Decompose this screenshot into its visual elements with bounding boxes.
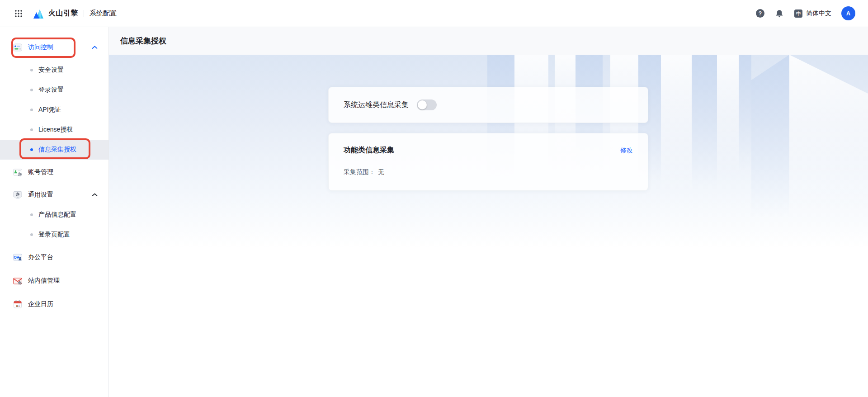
toggle-knob [418, 100, 427, 109]
user-avatar[interactable]: A [841, 6, 855, 20]
collection-scope-row: 采集范围： 无 [344, 168, 633, 176]
feature-collection-card: 功能类信息采集 修改 采集范围： 无 [328, 133, 648, 191]
sidebar-item-label: 站内信管理 [28, 277, 98, 285]
sidebar-item-api-credentials[interactable]: API凭证 [0, 100, 108, 120]
office-platform-icon: OA [13, 252, 23, 262]
sidebar-item-security-settings[interactable]: 安全设置 [0, 60, 108, 80]
app-grid-icon[interactable] [14, 9, 24, 18]
svg-text:?: ? [759, 10, 762, 17]
help-icon[interactable]: ? [755, 9, 765, 18]
sidebar-item-enterprise-calendar[interactable]: 8 企业日历 [0, 294, 108, 314]
ops-collection-toggle[interactable] [417, 99, 437, 110]
sidebar-item-license-auth[interactable]: License授权 [0, 120, 108, 140]
sidebar-item-label: 办公平台 [28, 253, 98, 261]
chevron-up-icon [92, 193, 98, 197]
main-area: 信息采集授权 系统运维类信息采集 功能类信息采集 修改 [109, 27, 868, 397]
language-label: 简体中文 [806, 9, 831, 18]
sidebar-item-account-management[interactable]: 账号管理 [0, 162, 108, 182]
sidebar-item-info-collection-auth[interactable]: 信息采集授权 [0, 140, 108, 160]
svg-text:8: 8 [16, 304, 18, 308]
access-control-icon [13, 43, 23, 52]
bullet-dot-icon [30, 148, 33, 151]
bullet-dot-icon [30, 128, 33, 131]
sidebar-item-label: License授权 [38, 126, 73, 134]
bullet-dot-icon [30, 69, 33, 71]
scope-label: 采集范围： [344, 168, 375, 176]
brand-name: 火山引擎 [48, 9, 78, 18]
sidebar-item-label: 登录页配置 [38, 231, 70, 239]
sidebar-item-general-settings[interactable]: 通用设置 [0, 185, 108, 205]
banner-building [751, 55, 789, 236]
calendar-icon: 8 [13, 299, 23, 309]
bullet-dot-icon [30, 109, 33, 111]
banner-building [739, 55, 751, 181]
bullet-dot-icon [30, 89, 33, 91]
notification-bell-icon[interactable] [775, 9, 784, 18]
site-mail-icon [13, 276, 23, 286]
language-switcher[interactable]: 中 简体中文 [794, 9, 831, 18]
page-header: 信息采集授权 [109, 27, 868, 55]
sidebar-item-label: 账号管理 [28, 168, 98, 176]
svg-text:OA: OA [14, 255, 19, 260]
sidebar-item-login-page-config[interactable]: 登录页配置 [0, 225, 108, 245]
sidebar-item-label: 通用设置 [28, 191, 92, 199]
topbar-right: ? 中 简体中文 A [755, 6, 855, 20]
sidebar-item-access-control[interactable]: 访问控制 [0, 38, 108, 57]
topbar: 火山引擎 系统配置 ? 中 简体中文 A [0, 0, 868, 27]
sidebar-item-label: API凭证 [38, 106, 61, 114]
avatar-letter: A [846, 10, 850, 17]
app-title: 系统配置 [90, 9, 117, 18]
volcengine-logo-icon[interactable] [33, 9, 44, 19]
bullet-dot-icon [30, 233, 33, 236]
account-management-icon [13, 167, 23, 177]
content-banner: 系统运维类信息采集 功能类信息采集 修改 采集范围： 无 [109, 55, 868, 397]
feature-collection-title: 功能类信息采集 [344, 146, 394, 155]
general-settings-icon [13, 190, 23, 200]
banner-building [789, 55, 868, 249]
sidebar-item-label: 企业日历 [28, 300, 98, 308]
sidebar-item-label: 信息采集授权 [38, 146, 76, 154]
sidebar-item-site-mail-management[interactable]: 站内信管理 [0, 271, 108, 291]
bullet-dot-icon [30, 213, 33, 216]
banner-building [717, 55, 739, 190]
sidebar-item-product-info-config[interactable]: 产品信息配置 [0, 205, 108, 225]
page-title: 信息采集授权 [120, 36, 166, 46]
banner-building [692, 55, 717, 202]
sidebar-item-label: 登录设置 [38, 86, 64, 94]
translate-icon: 中 [794, 9, 803, 18]
svg-text:中: 中 [796, 11, 801, 16]
ops-collection-card: 系统运维类信息采集 [328, 87, 648, 123]
sidebar-item-label: 访问控制 [28, 43, 92, 52]
sidebar-nav: 访问控制 安全设置 登录设置 API凭证 License授权 信息采集授权 [0, 27, 109, 397]
sidebar-item-office-platform[interactable]: OA 办公平台 [0, 247, 108, 267]
chevron-up-icon [92, 46, 98, 49]
sidebar-item-login-settings[interactable]: 登录设置 [0, 80, 108, 100]
banner-building [661, 55, 692, 213]
scope-value: 无 [378, 168, 384, 176]
modify-link[interactable]: 修改 [620, 147, 633, 155]
ops-collection-title: 系统运维类信息采集 [344, 100, 409, 110]
topbar-left: 火山引擎 系统配置 [14, 9, 117, 19]
sidebar-item-label: 产品信息配置 [38, 211, 76, 219]
sidebar-item-label: 安全设置 [38, 66, 64, 74]
topbar-divider [84, 10, 84, 17]
